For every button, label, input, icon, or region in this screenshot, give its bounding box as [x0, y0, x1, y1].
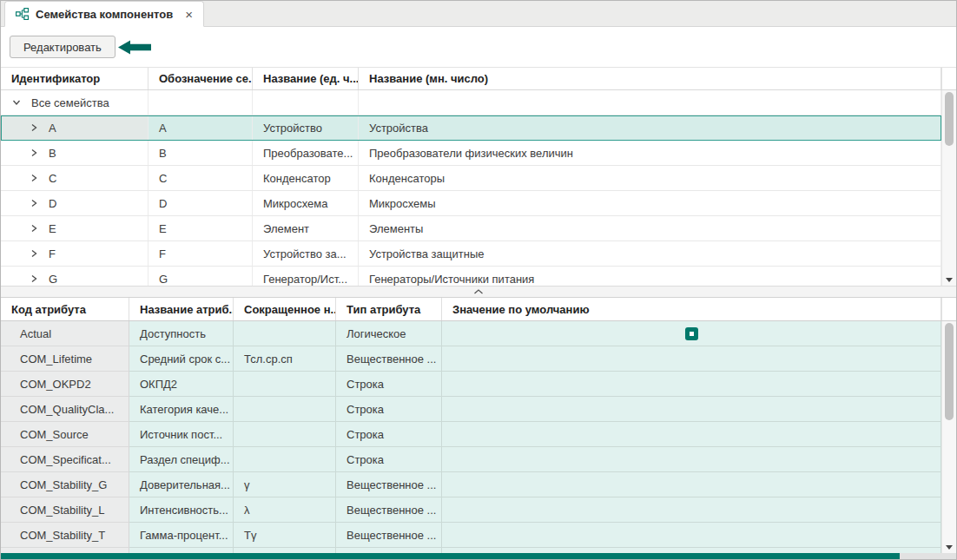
close-icon[interactable]: × [185, 8, 193, 21]
family-root-row[interactable]: Все семейства [1, 90, 941, 115]
cell-identifier: C [49, 172, 56, 185]
cell-attr-name: Гамма-процент... [129, 523, 234, 548]
families-vertical-scrollbar[interactable] [941, 90, 956, 286]
annotation-arrow-icon [118, 40, 151, 55]
cell-name-plural: Генераторы/Источники питания [359, 267, 940, 286]
cell-attr-type: Логическое [336, 321, 442, 346]
column-header-default-value[interactable]: Значение по умолчанию [442, 298, 941, 320]
cell-attr-short-name: Тγ [234, 523, 336, 548]
scroll-down-button[interactable] [942, 273, 956, 286]
family-row[interactable]: AAУстройствоУстройства [1, 115, 941, 141]
cell-designation: E [148, 216, 253, 240]
families-table-header: Идентификатор Обозначение се... Название… [1, 67, 956, 90]
attributes-table: Код атрибута Название атриб... Сокращенн… [1, 298, 956, 553]
cell-designation: B [148, 141, 253, 165]
cell-name-plural: Конденсаторы [359, 166, 940, 190]
cell-attr-type: Строка [336, 422, 442, 447]
header-spacer [941, 68, 956, 89]
cell-attr-type: Строка [336, 372, 442, 397]
families-table-body: Все семействаAAУстройствоУстройстваBBПре… [1, 90, 956, 286]
cell-name-singular: Устройство [253, 115, 359, 140]
attribute-row[interactable]: COM_OKPD2ОКПД2Строка [1, 372, 941, 397]
cell-attr-code: Actual [1, 321, 129, 346]
attribute-row[interactable]: COM_LifetimeСредний срок с...Тсл.ср.спВе… [1, 346, 941, 372]
cell-name-singular: Микросхема [253, 191, 359, 215]
attributes-vertical-scrollbar[interactable] [941, 321, 956, 553]
family-row[interactable]: GGГенератор/Ист...Генераторы/Источники п… [1, 267, 941, 286]
cell-name-plural: Микросхемы [359, 191, 940, 215]
chevron-right-icon[interactable] [29, 249, 39, 258]
chevron-right-icon[interactable] [29, 199, 39, 208]
splitter-handle[interactable] [1, 286, 956, 298]
family-row[interactable]: EEЭлементЭлементы [1, 216, 941, 241]
family-row[interactable]: CCКонденсаторКонденсаторы [1, 166, 941, 191]
cell-name-singular: Устройство за... [253, 241, 359, 266]
header-spacer [941, 298, 956, 320]
attribute-row[interactable]: COM_Stability_GДоверительная...γВеществе… [1, 472, 941, 497]
cell-default-value [442, 523, 941, 548]
cell-name-plural: Устройства защитные [359, 241, 940, 266]
cell-name-singular: Конденсатор [253, 166, 359, 190]
family-row[interactable]: FFУстройство за...Устройства защитные [1, 241, 941, 267]
families-table: Идентификатор Обозначение се... Название… [1, 67, 956, 286]
attribute-row[interactable]: COM_Specificat...Раздел специф...Строка [1, 447, 941, 472]
scrollbar-thumb[interactable] [945, 323, 954, 420]
cell-attr-short-name: Тсл.ср.сп [234, 346, 336, 372]
chevron-right-icon[interactable] [29, 123, 39, 132]
tab-component-families[interactable]: Семейства компонентов × [4, 1, 204, 27]
chevron-right-icon[interactable] [29, 148, 39, 157]
cell-attr-short-name [234, 397, 336, 422]
default-value-checkbox-icon[interactable] [685, 327, 698, 340]
cell-default-value [442, 472, 941, 497]
chevron-right-icon[interactable] [29, 224, 39, 233]
cell-attr-code: COM_Source [1, 422, 129, 447]
cell-attr-name: Категория каче... [129, 397, 234, 422]
cell-name-singular: Генератор/Ист... [253, 267, 359, 286]
column-header-designation[interactable]: Обозначение се... [148, 68, 253, 89]
column-header-attr-code[interactable]: Код атрибута [1, 298, 129, 320]
cell-name-plural: Преобразователи физических величин [359, 141, 940, 165]
attribute-row[interactable]: ActualДоступностьЛогическое [1, 321, 941, 346]
chevron-right-icon[interactable] [29, 174, 39, 182]
cell-attr-code: COM_Specificat... [1, 447, 129, 472]
cell-attr-code: COM_Stability_T [1, 523, 129, 548]
cell-attr-type: Вещественное ... [336, 472, 442, 497]
attribute-row[interactable]: COM_QualityCla...Категория каче...Строка [1, 397, 941, 422]
column-header-attr-type[interactable]: Тип атрибута [336, 298, 442, 320]
cell-attr-short-name [234, 447, 336, 472]
attribute-row[interactable]: COM_Stability_LИнтенсивность...λВеществе… [1, 497, 941, 523]
cell-identifier: D [49, 197, 56, 210]
column-header-name-plural[interactable]: Название (мн. число) [359, 68, 941, 89]
cell-designation: C [148, 166, 253, 190]
cell-designation: G [148, 267, 253, 286]
chevron-down-icon[interactable] [11, 99, 22, 106]
scroll-down-button[interactable] [942, 541, 956, 553]
attribute-row[interactable]: COM_Stability_TГамма-процент...ТγВеществ… [1, 523, 941, 548]
cell-default-value [442, 321, 941, 346]
cell-attr-type: Строка [336, 397, 442, 422]
horizontal-scrollbar-thumb[interactable] [1, 553, 900, 559]
column-header-attr-short-name[interactable]: Сокращенное н... [234, 298, 336, 320]
cell-default-value [442, 346, 941, 372]
chevron-right-icon[interactable] [29, 274, 39, 283]
column-header-name-singular[interactable]: Название (ед. ч... [253, 68, 359, 89]
cell-default-value [442, 422, 941, 447]
cell-attr-short-name: γ [234, 472, 336, 497]
column-header-identifier[interactable]: Идентификатор [1, 68, 148, 89]
cell-attr-name: Средний срок с... [129, 346, 234, 372]
cell-attr-code: COM_QualityCla... [1, 397, 129, 422]
edit-button[interactable]: Редактировать [10, 36, 116, 58]
horizontal-scrollbar[interactable] [1, 553, 956, 559]
column-header-attr-name[interactable]: Название атриб... [129, 298, 234, 320]
cell-identifier: F [49, 247, 56, 260]
collapse-chevron-icon[interactable] [473, 289, 484, 294]
cell-attr-short-name [234, 321, 336, 346]
family-row[interactable]: BBПреобразовате...Преобразователи физиче… [1, 141, 941, 166]
cell-attr-name: Раздел специф... [129, 447, 234, 472]
family-row[interactable]: DDМикросхемаМикросхемы [1, 191, 941, 216]
scrollbar-thumb[interactable] [945, 92, 954, 146]
attribute-row[interactable]: COM_SourceИсточник пост...Строка [1, 422, 941, 447]
hierarchy-icon [16, 8, 29, 20]
cell-default-value [442, 372, 941, 397]
tab-label: Семейства компонентов [36, 8, 173, 21]
